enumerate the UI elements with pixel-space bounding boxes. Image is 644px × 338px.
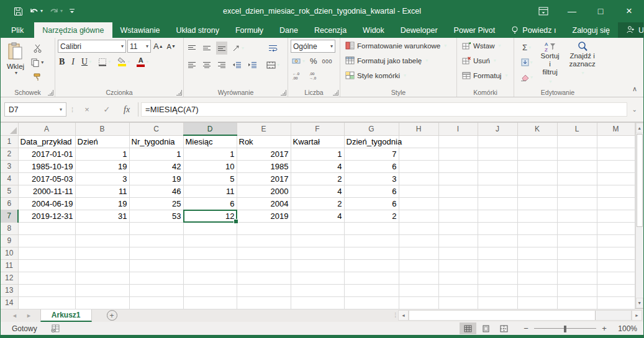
cell-I11[interactable] (438, 259, 478, 272)
cell-K7[interactable] (517, 210, 557, 222)
insert-function-icon[interactable]: fx (118, 105, 135, 115)
cell-I12[interactable] (438, 272, 478, 284)
cell-styles-button[interactable]: Style komórki▾ (345, 69, 454, 81)
cell-I7[interactable] (438, 210, 478, 222)
cell-D7[interactable]: 12 (183, 210, 237, 222)
formula-input[interactable]: =MIESIĄC(A7) (141, 102, 627, 117)
cell-J10[interactable] (478, 247, 517, 259)
cell-E7[interactable]: 2019 (237, 210, 291, 222)
cell-L5[interactable] (557, 185, 597, 197)
format-as-table-button[interactable]: Formatuj jako tabelę▾ (345, 55, 454, 66)
comma-style-button[interactable]: 000 (321, 55, 334, 68)
horizontal-scroll-thumb[interactable] (409, 311, 596, 320)
find-select-button[interactable]: Znajdź i zaznacz ▾ (566, 40, 599, 87)
cell-C10[interactable] (129, 247, 183, 259)
paste-dropdown-icon[interactable]: ▾ (15, 71, 17, 76)
align-right-icon[interactable] (216, 58, 227, 71)
cell-L11[interactable] (557, 259, 597, 272)
cell-J13[interactable] (478, 284, 517, 296)
cell-H2[interactable] (399, 148, 438, 160)
zoom-slider[interactable] (534, 325, 596, 332)
cell-K9[interactable] (517, 234, 557, 247)
cell-F7[interactable]: 4 (291, 210, 344, 222)
name-box[interactable]: D7 ▾ (4, 102, 66, 117)
cell-A1[interactable]: Data_przykład (18, 135, 75, 148)
tab-power-pivot[interactable]: Power Pivot (446, 22, 504, 38)
cell-D6[interactable]: 6 (183, 197, 237, 210)
cell-F4[interactable]: 2 (291, 172, 344, 185)
cell-I8[interactable] (438, 222, 478, 234)
cell-H9[interactable] (399, 234, 438, 247)
cell-F3[interactable]: 4 (291, 160, 344, 172)
decrease-decimal-icon[interactable]: ,00→,0 (307, 69, 320, 82)
cell-F14[interactable] (291, 296, 344, 309)
accounting-format-icon[interactable]: ▾ (291, 55, 306, 68)
cell-H13[interactable] (399, 284, 438, 296)
normal-view-button[interactable] (460, 322, 476, 334)
cell-A5[interactable]: 2000-11-11 (18, 185, 75, 197)
cell-H12[interactable] (399, 272, 438, 284)
clipboard-dialog-launcher[interactable] (48, 90, 53, 96)
font-color-icon[interactable]: A ▾ (135, 55, 150, 68)
row-header-13[interactable]: 13 (1, 284, 18, 296)
cell-L6[interactable] (557, 197, 597, 210)
increase-decimal-icon[interactable]: ←.0,00 (291, 69, 304, 82)
cell-L3[interactable] (557, 160, 597, 172)
enter-formula-icon[interactable]: ✓ (98, 105, 116, 114)
cell-K1[interactable] (517, 135, 557, 148)
cell-G1[interactable]: Dzień_tygodnia (344, 135, 399, 148)
cell-C5[interactable]: 46 (129, 185, 183, 197)
autosum-button[interactable]: Σ▾ (519, 41, 534, 54)
cell-M13[interactable] (597, 284, 635, 296)
column-header-M[interactable]: M (597, 123, 635, 135)
cell-H14[interactable] (399, 296, 438, 309)
cell-E1[interactable]: Rok (237, 135, 291, 148)
cell-I2[interactable] (438, 148, 478, 160)
cell-G12[interactable] (344, 272, 399, 284)
cell-F8[interactable] (291, 222, 344, 234)
next-sheet-icon[interactable]: ► (26, 313, 32, 319)
cell-M9[interactable] (597, 234, 635, 247)
cell-I1[interactable] (438, 135, 478, 148)
cell-J3[interactable] (478, 160, 517, 172)
column-header-G[interactable]: G (344, 123, 399, 135)
cell-J14[interactable] (478, 296, 517, 309)
align-center-icon[interactable] (201, 58, 212, 71)
cell-E10[interactable] (237, 247, 291, 259)
cell-A8[interactable] (18, 222, 75, 234)
cell-M7[interactable] (597, 210, 635, 222)
cell-F10[interactable] (291, 247, 344, 259)
cell-B7[interactable]: 31 (75, 210, 129, 222)
cancel-formula-icon[interactable]: × (78, 105, 96, 114)
cell-I4[interactable] (438, 172, 478, 185)
increase-indent-icon[interactable] (247, 58, 258, 71)
cell-M3[interactable] (597, 160, 635, 172)
cell-B10[interactable] (75, 247, 129, 259)
cell-B11[interactable] (75, 259, 129, 272)
cell-A2[interactable]: 2017-01-01 (18, 148, 75, 160)
align-left-icon[interactable] (186, 58, 197, 71)
cell-A4[interactable]: 2017-05-03 (18, 172, 75, 185)
cell-B5[interactable]: 11 (75, 185, 129, 197)
sort-filter-button[interactable]: AZ Sortuj i filtruj ▾ (538, 40, 562, 87)
cell-E9[interactable] (237, 234, 291, 247)
cell-K3[interactable] (517, 160, 557, 172)
cell-C11[interactable] (129, 259, 183, 272)
cell-D3[interactable]: 10 (183, 160, 237, 172)
cell-J11[interactable] (478, 259, 517, 272)
cell-G7[interactable]: 2 (344, 210, 399, 222)
cell-H8[interactable] (399, 222, 438, 234)
percent-style-button[interactable]: % (309, 55, 319, 68)
scroll-up-icon[interactable]: ▲ (636, 123, 644, 133)
delete-cells-button[interactable]: Usuń▾ (462, 55, 511, 66)
row-header-9[interactable]: 9 (1, 234, 18, 247)
cell-K12[interactable] (517, 272, 557, 284)
column-header-H[interactable]: H (399, 123, 438, 135)
cell-F2[interactable]: 1 (291, 148, 344, 160)
number-dialog-launcher[interactable] (333, 90, 338, 96)
zoom-slider-handle[interactable] (564, 326, 566, 332)
column-header-J[interactable]: J (478, 123, 517, 135)
bold-button[interactable]: B (58, 55, 66, 68)
cell-E3[interactable]: 1985 (237, 160, 291, 172)
cell-M10[interactable] (597, 247, 635, 259)
